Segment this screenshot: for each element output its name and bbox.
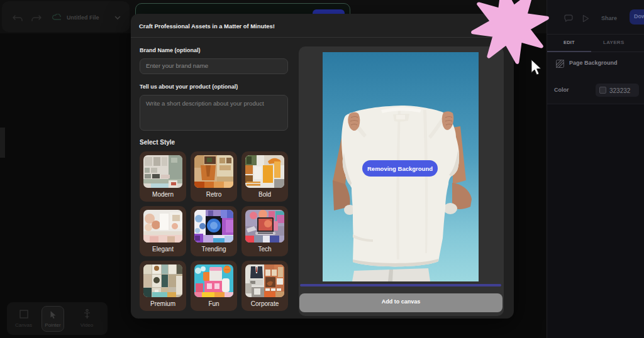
svg-text:Removing Background: Removing Background bbox=[367, 165, 433, 172]
